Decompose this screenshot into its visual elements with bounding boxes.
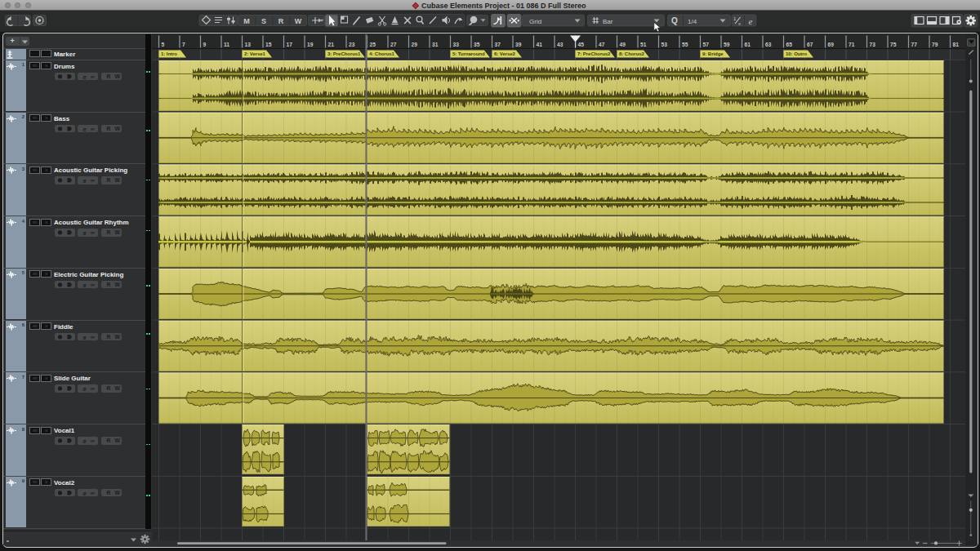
svg-text:6: Verse2: 6: Verse2 <box>494 51 516 56</box>
svg-text:73: 73 <box>870 42 876 47</box>
svg-text:8: Chorus2: 8: Chorus2 <box>619 51 645 56</box>
svg-text:13: 13 <box>245 42 252 47</box>
svg-text:81: 81 <box>953 42 960 47</box>
svg-text:55: 55 <box>682 42 688 47</box>
svg-text:9: 9 <box>203 42 207 47</box>
svg-text:53: 53 <box>662 42 668 47</box>
svg-text:7: PreChorus2: 7: PreChorus2 <box>577 51 611 56</box>
svg-text:35: 35 <box>474 42 480 47</box>
svg-text:9: Bridge: 9: Bridge <box>702 51 724 56</box>
svg-text:5: Turnaround: 5: Turnaround <box>452 51 485 56</box>
svg-text:10: Outro: 10: Outro <box>786 51 808 56</box>
svg-text:7: 7 <box>182 42 185 47</box>
svg-text:67: 67 <box>807 42 813 47</box>
svg-text:65: 65 <box>786 42 793 47</box>
svg-text:31: 31 <box>432 42 439 47</box>
svg-text:25: 25 <box>370 42 376 47</box>
svg-text:49: 49 <box>620 42 626 47</box>
svg-text:47: 47 <box>599 42 605 47</box>
svg-text:15: 15 <box>265 42 272 47</box>
svg-text:59: 59 <box>724 42 730 47</box>
svg-text:19: 19 <box>307 42 314 47</box>
svg-text:41: 41 <box>537 42 543 47</box>
svg-text:45: 45 <box>578 42 585 47</box>
svg-text:39: 39 <box>515 42 522 47</box>
svg-text:75: 75 <box>890 42 897 47</box>
svg-text:1: Intro: 1: Intro <box>161 51 177 56</box>
svg-text:17: 17 <box>287 42 293 47</box>
svg-text:71: 71 <box>849 42 855 47</box>
svg-text:29: 29 <box>412 42 418 47</box>
svg-text:5: 5 <box>162 42 165 47</box>
svg-text:23: 23 <box>349 42 355 47</box>
svg-text:63: 63 <box>765 42 772 47</box>
svg-text:69: 69 <box>828 42 835 47</box>
svg-text:51: 51 <box>640 42 647 47</box>
svg-text:79: 79 <box>932 42 938 47</box>
svg-text:61: 61 <box>745 42 751 47</box>
svg-text:3: PreChorus1: 3: PreChorus1 <box>327 51 361 56</box>
svg-text:43: 43 <box>557 42 564 47</box>
svg-text:2: Verse1: 2: Verse1 <box>244 51 266 56</box>
svg-text:57: 57 <box>703 42 710 47</box>
svg-text:27: 27 <box>390 42 397 47</box>
svg-text:11: 11 <box>224 42 229 47</box>
svg-text:37: 37 <box>495 42 501 47</box>
svg-text:4: Chorus1: 4: Chorus1 <box>369 51 395 56</box>
svg-text:33: 33 <box>453 42 460 47</box>
svg-text:21: 21 <box>328 42 335 47</box>
svg-text:77: 77 <box>911 42 918 47</box>
